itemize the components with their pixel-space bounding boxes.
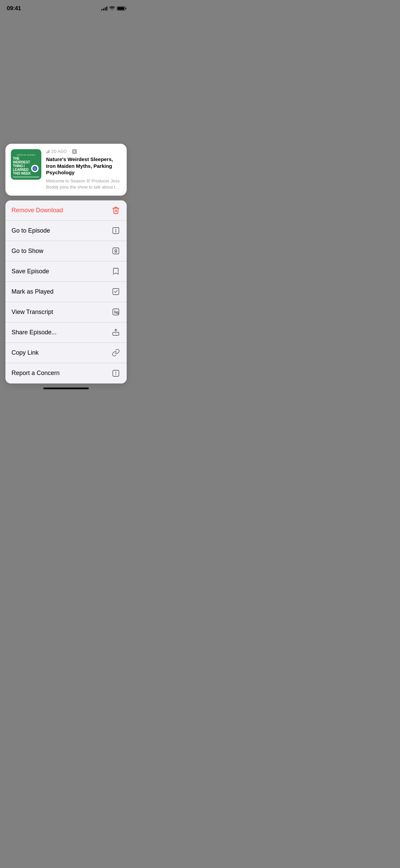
- svg-rect-3: [113, 248, 119, 254]
- bookmark-icon: [111, 267, 121, 276]
- home-indicator: [43, 388, 89, 389]
- wifi-icon: [109, 5, 115, 12]
- transcript-icon: [111, 307, 121, 317]
- artwork-label: Popular Science: [17, 154, 35, 156]
- podcast-icon: [111, 246, 121, 256]
- checkmark-circle-icon: [111, 287, 121, 296]
- report-concern-label: Report a Concern: [12, 370, 60, 377]
- view-transcript-button[interactable]: View Transcript: [5, 302, 127, 322]
- battery-icon: [117, 6, 125, 11]
- share-episode-button[interactable]: Share Episode...: [5, 322, 127, 343]
- mark-as-played-label: Mark as Played: [12, 288, 54, 295]
- progress-bar-decoration: [13, 176, 39, 178]
- view-transcript-label: View Transcript: [12, 309, 53, 316]
- status-time: 09:41: [7, 5, 21, 12]
- go-to-show-label: Go to Show: [12, 248, 43, 255]
- episode-card: Popular Science THE WEIRDEST THING I LEA…: [5, 144, 127, 196]
- status-bar: 09:41: [0, 0, 132, 15]
- remove-download-label: Remove Download: [12, 207, 63, 214]
- episode-title: Nature's Weirdest Sleepers, Iron Maiden …: [46, 156, 121, 176]
- go-to-show-button[interactable]: Go to Show: [5, 241, 127, 261]
- share-icon: [111, 328, 121, 337]
- status-icons: [101, 5, 125, 12]
- trash-icon: [111, 205, 121, 215]
- episode-info: 2D AGO · E Nature's Weirdest Sleepers, I…: [46, 149, 121, 190]
- go-to-episode-label: Go to Episode: [12, 227, 50, 234]
- explicit-badge: E: [72, 149, 77, 154]
- svg-point-4: [115, 250, 117, 252]
- episode-age: 2D AGO: [51, 149, 67, 154]
- save-episode-button[interactable]: Save Episode: [5, 261, 127, 282]
- remove-download-button[interactable]: Remove Download: [5, 200, 127, 221]
- info-icon: [111, 226, 121, 235]
- episode-description: Welcome to Season 8! Producer Jess Boddy…: [46, 178, 121, 190]
- audio-wave-icon: [46, 150, 49, 153]
- mark-as-played-button[interactable]: Mark as Played: [5, 282, 127, 302]
- episode-meta: 2D AGO · E: [46, 149, 121, 154]
- save-episode-label: Save Episode: [12, 268, 49, 275]
- episode-artwork: Popular Science THE WEIRDEST THING I LEA…: [11, 149, 41, 180]
- signal-icon: [101, 6, 107, 11]
- eye-decoration: [31, 165, 39, 172]
- copy-link-label: Copy Link: [12, 349, 39, 356]
- report-concern-button[interactable]: Report a Concern: [5, 363, 127, 383]
- background-dim: [0, 15, 132, 144]
- go-to-episode-button[interactable]: Go to Episode: [5, 221, 127, 241]
- share-episode-label: Share Episode...: [12, 329, 57, 336]
- report-icon: [111, 369, 121, 378]
- context-menu: Remove Download Go to Episode Go to Show: [5, 200, 127, 383]
- link-icon: [111, 348, 121, 357]
- copy-link-button[interactable]: Copy Link: [5, 343, 127, 363]
